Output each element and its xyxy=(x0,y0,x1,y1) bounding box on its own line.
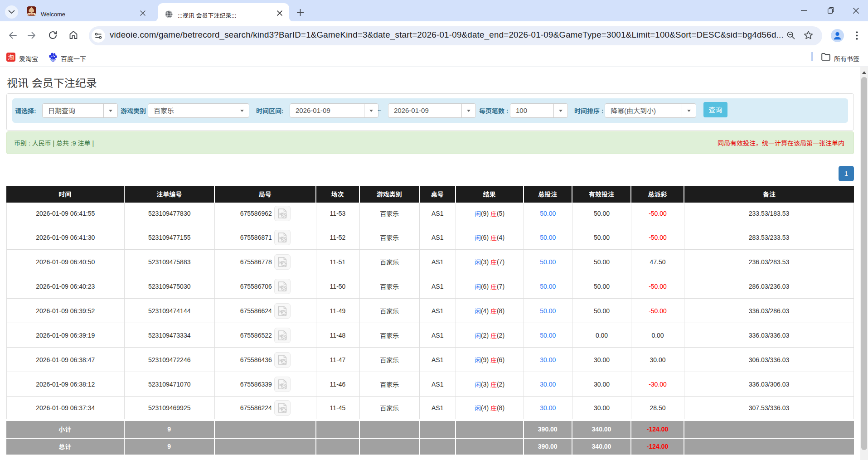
svg-text:du: du xyxy=(51,58,55,62)
